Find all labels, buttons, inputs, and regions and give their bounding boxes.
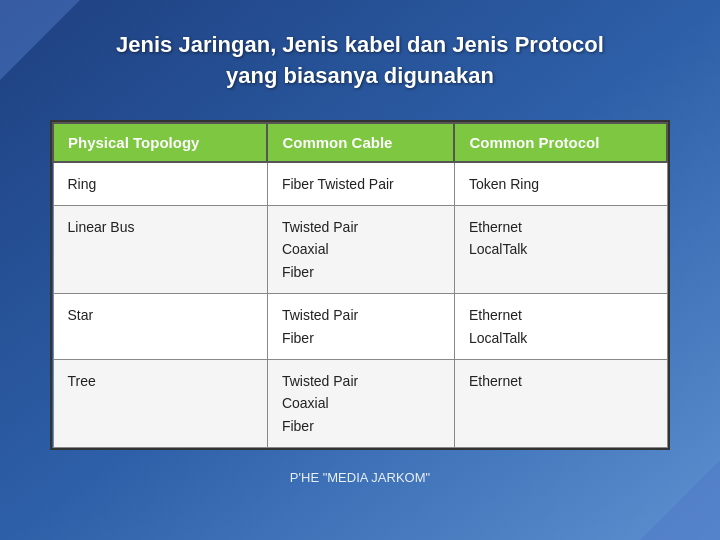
- cell-protocol-ring: Token Ring: [454, 162, 667, 206]
- cell-protocol-linear-bus: EthernetLocalTalk: [454, 205, 667, 293]
- title-line1: Jenis Jaringan, Jenis kabel dan Jenis Pr…: [116, 32, 604, 57]
- table-row: Tree Twisted PairCoaxialFiber Ethernet: [53, 359, 667, 447]
- main-table-container: Physical Topology Common Cable Common Pr…: [50, 120, 670, 451]
- cell-topology-tree: Tree: [53, 359, 267, 447]
- cell-protocol-tree: Ethernet: [454, 359, 667, 447]
- header-physical-topology: Physical Topology: [53, 123, 267, 162]
- cell-topology-star: Star: [53, 294, 267, 360]
- footer-text: P'HE "MEDIA JARKOM": [290, 470, 430, 485]
- cell-cable-star: Twisted PairFiber: [267, 294, 454, 360]
- slide-title: Jenis Jaringan, Jenis kabel dan Jenis Pr…: [116, 30, 604, 92]
- cell-topology-ring: Ring: [53, 162, 267, 206]
- table-row: Linear Bus Twisted PairCoaxialFiber Ethe…: [53, 205, 667, 293]
- cell-protocol-star: EthernetLocalTalk: [454, 294, 667, 360]
- table-row: Ring Fiber Twisted Pair Token Ring: [53, 162, 667, 206]
- title-line2: yang biasanya digunakan: [226, 63, 494, 88]
- cell-topology-linear-bus: Linear Bus: [53, 205, 267, 293]
- cell-cable-ring: Fiber Twisted Pair: [267, 162, 454, 206]
- table-row: Star Twisted PairFiber EthernetLocalTalk: [53, 294, 667, 360]
- cell-cable-tree: Twisted PairCoaxialFiber: [267, 359, 454, 447]
- cell-cable-linear-bus: Twisted PairCoaxialFiber: [267, 205, 454, 293]
- header-common-cable: Common Cable: [267, 123, 454, 162]
- table-header-row: Physical Topology Common Cable Common Pr…: [53, 123, 667, 162]
- data-table: Physical Topology Common Cable Common Pr…: [52, 122, 668, 449]
- header-common-protocol: Common Protocol: [454, 123, 667, 162]
- content-area: Jenis Jaringan, Jenis kabel dan Jenis Pr…: [0, 0, 720, 540]
